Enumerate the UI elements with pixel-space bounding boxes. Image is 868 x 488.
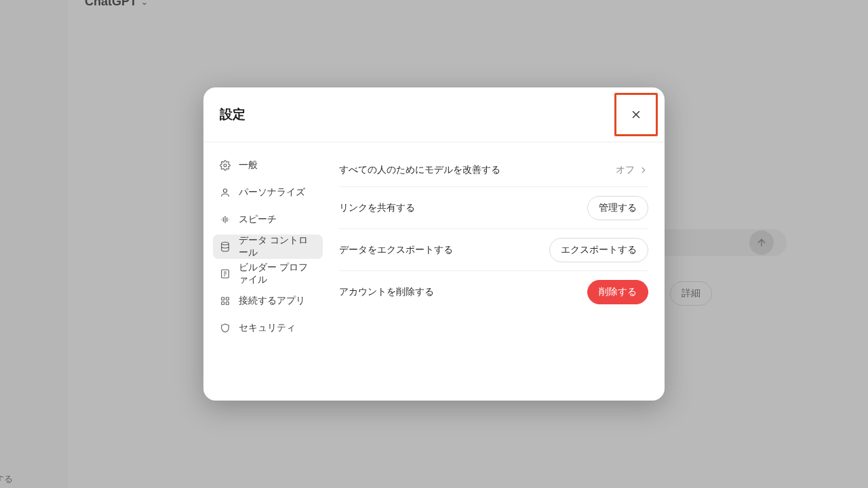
svg-rect-5 <box>226 298 229 300</box>
row-improve-model[interactable]: すべての人のためにモデルを改善する オフ <box>339 153 648 187</box>
row-label: アカウントを削除する <box>339 286 434 298</box>
person-icon <box>220 187 231 198</box>
manage-button[interactable]: 管理する <box>587 196 648 220</box>
modal-body: 一般 パーソナライズ スピーチ データ コントロール ビルダー プロファイル 接… <box>203 142 665 401</box>
gear-icon <box>220 160 231 171</box>
svg-point-2 <box>222 242 229 245</box>
grid-icon <box>220 296 231 306</box>
nav-item-personalize[interactable]: パーソナライズ <box>213 180 323 205</box>
svg-point-0 <box>224 164 226 167</box>
delete-button[interactable]: 削除する <box>587 280 648 304</box>
audio-wave-icon <box>220 214 231 225</box>
nav-item-security[interactable]: セキュリティ <box>213 316 323 340</box>
settings-content: すべての人のためにモデルを改善する オフ リンクを共有する 管理する データをエ… <box>330 142 665 401</box>
row-label: リンクを共有する <box>339 202 415 214</box>
row-value-text: オフ <box>616 164 635 176</box>
svg-point-1 <box>223 189 226 192</box>
nav-item-label: ビルダー プロファイル <box>239 262 316 286</box>
shield-icon <box>220 323 231 333</box>
modal-title: 設定 <box>220 106 245 123</box>
nav-item-speech[interactable]: スピーチ <box>213 207 323 232</box>
modal-header: 設定 <box>203 87 665 142</box>
row-share-links: リンクを共有する 管理する <box>339 187 648 229</box>
nav-item-data-controls[interactable]: データ コントロール <box>213 235 323 259</box>
database-icon <box>220 241 231 252</box>
nav-item-connected-apps[interactable]: 接続するアプリ <box>213 289 323 313</box>
settings-nav: 一般 パーソナライズ スピーチ データ コントロール ビルダー プロファイル 接… <box>203 142 330 401</box>
row-export-data: データをエクスポートする エクスポートする <box>339 229 648 271</box>
nav-item-label: セキュリティ <box>239 322 296 334</box>
svg-rect-4 <box>222 298 224 300</box>
nav-item-label: スピーチ <box>239 214 277 226</box>
export-button[interactable]: エクスポートする <box>549 238 648 262</box>
row-label: データをエクスポートする <box>339 244 453 256</box>
nav-item-label: 一般 <box>239 159 258 171</box>
chevron-right-icon <box>639 165 648 175</box>
svg-rect-6 <box>222 302 224 304</box>
close-icon <box>630 108 642 121</box>
nav-item-label: データ コントロール <box>239 235 316 259</box>
nav-item-label: パーソナライズ <box>239 186 305 199</box>
row-value: オフ <box>616 164 648 176</box>
row-label: すべての人のためにモデルを改善する <box>339 164 500 176</box>
settings-modal: 設定 一般 パーソナライズ スピーチ データ コントロール <box>203 87 665 401</box>
id-card-icon <box>220 268 231 279</box>
row-delete-account: アカウントを削除する 削除する <box>339 271 648 313</box>
close-button[interactable] <box>624 102 648 127</box>
nav-item-general[interactable]: 一般 <box>213 153 323 178</box>
svg-rect-7 <box>226 302 229 304</box>
nav-item-builder-profile[interactable]: ビルダー プロファイル <box>213 262 323 286</box>
nav-item-label: 接続するアプリ <box>239 295 305 307</box>
